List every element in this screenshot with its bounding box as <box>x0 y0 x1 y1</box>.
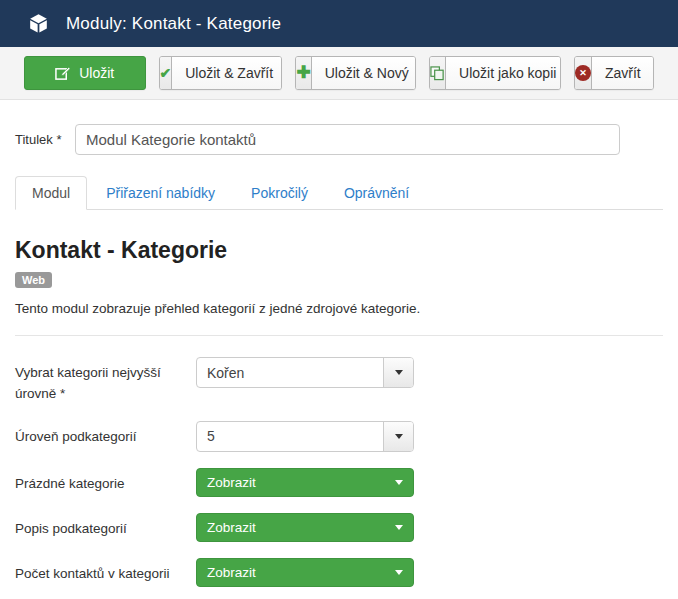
field-label: Prázdné kategorie <box>15 468 196 495</box>
chevron-down-icon[interactable] <box>383 358 413 387</box>
save-new-label: Uložit & Nový <box>312 57 416 89</box>
field-label: Popis podkategorií <box>15 513 196 540</box>
toolbar: Uložit ✔ Uložit & Zavřít ✚ Uložit & Nový… <box>0 47 678 100</box>
cancel-icon: ✕ <box>575 57 592 89</box>
module-heading: Kontakt - Kategorie <box>15 237 663 264</box>
divider <box>15 335 663 336</box>
save-copy-label: Uložit jako kopii <box>446 57 561 89</box>
tab-prirazeni-nabidky[interactable]: Přiřazení nabídky <box>89 176 232 210</box>
save-copy-button[interactable]: Uložit jako kopii <box>429 56 561 90</box>
main-content: Titulek * Modul Přiřazení nabídky Pokroč… <box>0 100 678 587</box>
title-field-label: Titulek * <box>15 132 75 147</box>
field-label: Počet kontaktů v kategorii <box>15 558 196 585</box>
tab-pokrocily[interactable]: Pokročilý <box>234 176 325 210</box>
field-label: Úroveň podkategorií <box>15 421 196 448</box>
empty-categories-value: Zobrazit <box>207 475 256 490</box>
chevron-down-icon <box>395 480 403 485</box>
field-row-subcategory-description: Popis podkategorií Zobrazit <box>15 513 663 542</box>
save-button-label: Uložit <box>79 65 114 81</box>
tab-opravneni[interactable]: Oprávnění <box>327 176 426 210</box>
field-row-subcategory-levels: Úroveň podkategorií 5 <box>15 421 663 452</box>
contact-count-value: Zobrazit <box>207 565 256 580</box>
title-field-row: Titulek * <box>15 124 663 155</box>
app-header: Moduly: Kontakt - Kategorie <box>0 0 678 47</box>
contact-count-select[interactable]: Zobrazit <box>196 558 414 587</box>
tab-modul[interactable]: Modul <box>15 176 87 210</box>
module-description: Tento modul zobrazuje přehled kategorií … <box>15 301 663 316</box>
field-row-empty-categories: Prázdné kategorie Zobrazit <box>15 468 663 497</box>
tab-bar: Modul Přiřazení nabídky Pokročilý Oprávn… <box>15 176 663 210</box>
parent-category-value: Kořen <box>197 358 383 387</box>
parent-category-select[interactable]: Kořen <box>196 357 414 388</box>
subcategory-levels-select[interactable]: 5 <box>196 421 414 452</box>
title-input[interactable] <box>75 124 620 155</box>
client-badge: Web <box>15 272 52 288</box>
subcategory-description-value: Zobrazit <box>207 520 256 535</box>
field-row-contact-count: Počet kontaktů v kategorii Zobrazit <box>15 558 663 587</box>
subcategory-description-select[interactable]: Zobrazit <box>196 513 414 542</box>
field-label: Vybrat kategorii nejvyšší úrovně * <box>15 357 196 405</box>
chevron-down-icon <box>395 525 403 530</box>
save-pencil-icon <box>55 66 70 81</box>
save-new-button[interactable]: ✚ Uložit & Nový <box>295 56 416 90</box>
save-close-label: Uložit & Zavřít <box>172 57 282 89</box>
close-label: Zavřít <box>592 57 654 89</box>
copy-icon <box>430 57 446 89</box>
close-button[interactable]: ✕ Zavřít <box>574 56 654 90</box>
plus-icon: ✚ <box>296 57 311 89</box>
cube-icon <box>28 13 49 34</box>
save-close-button[interactable]: ✔ Uložit & Zavřít <box>159 56 283 90</box>
subcategory-levels-value: 5 <box>197 422 383 451</box>
empty-categories-select[interactable]: Zobrazit <box>196 468 414 497</box>
save-button[interactable]: Uložit <box>24 56 146 90</box>
chevron-down-icon[interactable] <box>383 422 413 451</box>
page-title: Moduly: Kontakt - Kategorie <box>66 14 281 34</box>
check-icon: ✔ <box>160 57 173 89</box>
field-row-parent-category: Vybrat kategorii nejvyšší úrovně * Kořen <box>15 357 663 405</box>
chevron-down-icon <box>395 570 403 575</box>
